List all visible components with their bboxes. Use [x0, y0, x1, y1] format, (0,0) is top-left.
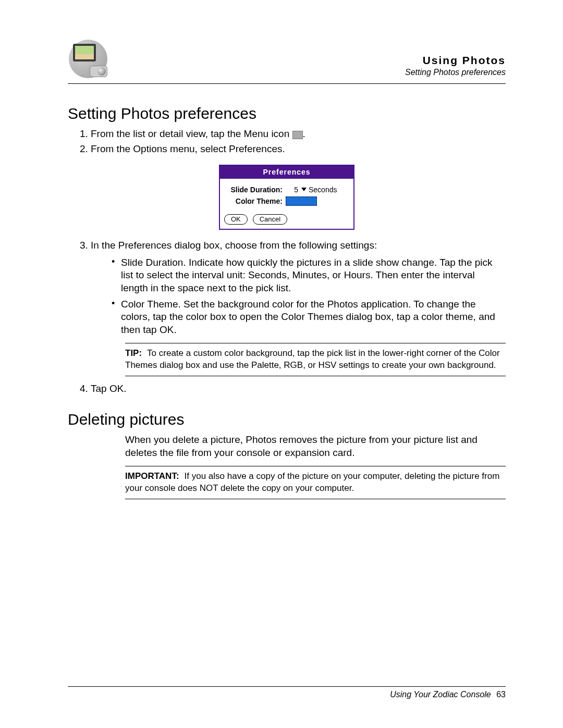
slide-duration-value[interactable]: 5	[286, 185, 299, 194]
important-block: IMPORTANT:If you also have a copy of the…	[125, 466, 506, 499]
header-chapter: Using Photos	[405, 53, 506, 67]
color-theme-row: Color Theme:	[225, 196, 348, 206]
chevron-down-icon[interactable]	[301, 188, 307, 191]
step-1-text-a: From the list or detail view, tap the Me…	[91, 128, 292, 139]
footer-page-number: 63	[496, 690, 506, 699]
section-title-deleting: Deleting pictures	[68, 411, 506, 428]
ok-button[interactable]: OK	[224, 214, 248, 225]
step-3: In the Preferences dialog box, choose fr…	[91, 239, 495, 337]
color-theme-label: Color Theme:	[225, 196, 286, 206]
important-label: IMPORTANT:	[125, 471, 179, 481]
page-header: Using Photos Setting Photos preferences	[68, 42, 506, 84]
header-section: Setting Photos preferences	[405, 67, 506, 78]
header-text: Using Photos Setting Photos preferences	[405, 53, 506, 78]
preferences-content: From the list or detail view, tap the Me…	[68, 128, 506, 395]
footer-doc-title: Using Your Zodiac Console	[390, 690, 491, 699]
step-4: Tap OK.	[91, 382, 495, 396]
step-3-text: In the Preferences dialog box, choose fr…	[91, 240, 377, 251]
slide-duration-unit[interactable]: Seconds	[309, 185, 337, 194]
deleting-content: When you delete a picture, Photos remove…	[68, 434, 506, 499]
dialog-title: Preferences	[220, 166, 353, 178]
photos-app-icon	[68, 42, 109, 78]
slide-duration-row: Slide Duration: 5 Seconds	[225, 185, 348, 194]
preferences-dialog-screenshot: Preferences Slide Duration: 5 Seconds Co…	[219, 165, 354, 230]
important-body: If you also have a copy of the picture o…	[125, 471, 499, 493]
bullet-slide-duration: Slide Duration. Indicate how quickly the…	[112, 256, 495, 295]
page-footer: Using Your Zodiac Console 63	[68, 686, 506, 699]
color-theme-swatch[interactable]	[286, 196, 317, 206]
menu-icon	[292, 131, 303, 139]
slide-duration-label: Slide Duration:	[225, 185, 286, 194]
tip-label: TIP:	[125, 348, 142, 358]
step-1-text-b: .	[303, 128, 305, 139]
deleting-intro: When you delete a picture, Photos remove…	[125, 434, 506, 459]
section-title-preferences: Setting Photos preferences	[68, 105, 506, 122]
tip-block: TIP:To create a custom color background,…	[125, 343, 506, 376]
step-1: From the list or detail view, tap the Me…	[91, 128, 495, 141]
page: Using Photos Setting Photos preferences …	[0, 0, 563, 728]
cancel-button[interactable]: Cancel	[253, 214, 287, 225]
bullet-color-theme: Color Theme. Set the background color fo…	[112, 298, 495, 337]
tip-body: To create a custom color background, tap…	[125, 348, 500, 370]
step-2: From the Options menu, select Preference…	[91, 143, 495, 156]
